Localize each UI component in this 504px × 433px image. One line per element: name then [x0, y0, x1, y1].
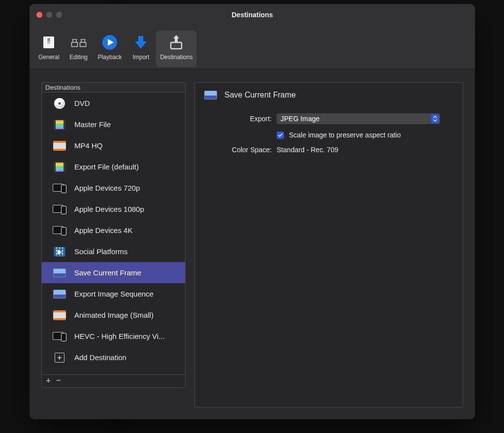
export-select[interactable]: JPEG Image	[277, 113, 440, 124]
sidebar-item-save-current-frame[interactable]: Save Current Frame	[42, 262, 185, 283]
sidebar-item-label: Apple Devices 1080p	[74, 205, 144, 213]
color-space-value: Standard - Rec. 709	[277, 146, 338, 154]
tab-label: Editing	[69, 54, 88, 61]
sidebar-item-apple-1080p[interactable]: Apple Devices 1080p	[42, 199, 185, 220]
sidebar-item-apple-720p[interactable]: Apple Devices 720p	[42, 177, 185, 199]
sidebar-item-export-image-sequence[interactable]: Export Image Sequence	[42, 283, 185, 304]
destinations-list-box: Destinations DVD Master File MP4 HQ	[41, 82, 186, 388]
sidebar-item-social-platforms[interactable]: Social Platforms	[42, 241, 185, 262]
sidebar-item-dvd[interactable]: DVD	[42, 93, 185, 114]
destinations-sidebar: Destinations DVD Master File MP4 HQ	[41, 82, 186, 407]
scale-label[interactable]: Scale image to preserve aspect ratio	[289, 131, 401, 139]
destinations-list: DVD Master File MP4 HQ Export File (defa…	[42, 93, 185, 374]
frame-icon	[204, 90, 218, 100]
sidebar-item-label: DVD	[74, 99, 90, 107]
chevron-updown-icon	[431, 114, 439, 123]
sidebar-item-label: Export File (default)	[74, 163, 139, 171]
sidebar-item-label: Social Platforms	[74, 247, 127, 256]
social-icon	[53, 246, 66, 257]
svg-rect-6	[171, 42, 182, 49]
editing-icon	[70, 33, 88, 51]
tab-playback[interactable]: Playback	[94, 31, 126, 67]
bundle-icon	[53, 140, 66, 151]
svg-rect-3	[71, 42, 77, 47]
film-icon	[53, 162, 66, 172]
sidebar-item-mp4-hq[interactable]: MP4 HQ	[42, 135, 185, 156]
content-area: Destinations DVD Master File MP4 HQ	[30, 69, 475, 419]
bundle-icon	[53, 310, 66, 321]
devices-icon	[53, 331, 66, 342]
scale-row: Scale image to preserve aspect ratio	[203, 131, 455, 139]
dvd-icon	[53, 98, 66, 109]
export-label: Export:	[203, 115, 272, 123]
sidebar-item-label: MP4 HQ	[74, 141, 103, 150]
general-icon	[40, 33, 58, 51]
tab-destinations[interactable]: Destinations	[156, 31, 196, 67]
tab-label: Destinations	[160, 54, 192, 61]
sidebar-item-label: Master File	[74, 120, 111, 129]
preferences-toolbar: General Editing	[30, 27, 475, 69]
detail-header: Save Current Frame	[204, 90, 455, 100]
sidebar-item-label: Apple Devices 4K	[74, 226, 132, 234]
sidebar-item-label: Export Image Sequence	[74, 290, 154, 298]
frame-icon	[53, 289, 66, 300]
frame-icon	[53, 267, 66, 278]
devices-icon	[53, 225, 66, 236]
sidebar-item-apple-4k[interactable]: Apple Devices 4K	[42, 220, 185, 241]
devices-icon	[53, 183, 66, 194]
tab-editing[interactable]: Editing	[64, 31, 93, 67]
tab-label: Playback	[98, 54, 122, 61]
scale-checkbox[interactable]	[277, 132, 284, 139]
sidebar-item-add-destination[interactable]: + Add Destination	[42, 347, 185, 368]
svg-rect-2	[48, 38, 50, 41]
tab-label: General	[38, 54, 60, 61]
export-value: JPEG Image	[281, 115, 319, 123]
sidebar-item-label: Save Current Frame	[74, 268, 141, 277]
film-icon	[53, 119, 66, 130]
plus-box-icon: +	[53, 352, 66, 363]
sidebar-footer: + −	[42, 374, 185, 387]
titlebar: Destinations	[30, 4, 475, 27]
add-button[interactable]: +	[46, 376, 51, 386]
tab-label: Import	[132, 54, 149, 61]
preferences-window: Destinations General	[30, 4, 475, 419]
sidebar-item-export-file[interactable]: Export File (default)	[42, 156, 185, 177]
playback-icon	[101, 33, 119, 51]
color-space-row: Color Space: Standard - Rec. 709	[203, 146, 455, 154]
detail-title: Save Current Frame	[224, 91, 296, 100]
sidebar-item-animated-image[interactable]: Animated Image (Small)	[42, 304, 185, 326]
sidebar-item-label: HEVC - High Efficiency Vi...	[74, 332, 165, 340]
destination-detail-panel: Save Current Frame Export: JPEG Image Sc…	[194, 82, 463, 407]
tab-general[interactable]: General	[34, 31, 63, 67]
sidebar-item-master-file[interactable]: Master File	[42, 114, 185, 135]
svg-rect-4	[80, 42, 86, 47]
remove-button[interactable]: −	[56, 375, 62, 386]
sidebar-header: Destinations	[42, 83, 185, 93]
sidebar-item-label: Apple Devices 720p	[74, 184, 140, 192]
tab-import[interactable]: Import	[126, 31, 155, 67]
destinations-icon	[167, 33, 185, 51]
sidebar-item-label: Add Destination	[74, 353, 126, 362]
export-row: Export: JPEG Image	[203, 113, 455, 124]
import-icon	[132, 33, 150, 51]
devices-icon	[53, 204, 66, 215]
color-space-label: Color Space:	[203, 146, 272, 154]
sidebar-item-hevc[interactable]: HEVC - High Efficiency Vi...	[42, 326, 185, 347]
sidebar-item-label: Animated Image (Small)	[74, 311, 154, 319]
window-title: Destinations	[30, 11, 475, 19]
